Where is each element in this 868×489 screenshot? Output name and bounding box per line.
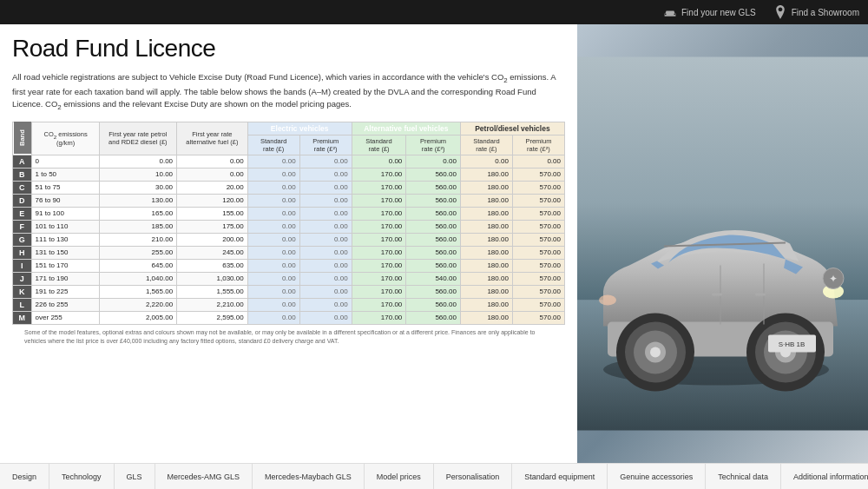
first-year-cell: 130.00 <box>99 194 176 207</box>
first-year-cell: 2,220.00 <box>99 298 176 311</box>
pet-prem-cell: 0.00 <box>512 155 564 168</box>
table-row: H 131 to 150 255.00 245.00 0.00 0.00 170… <box>13 246 565 259</box>
alt-fuel-cell: 200.00 <box>177 233 248 246</box>
bottom-nav-item-technical-data[interactable]: Technical data <box>706 464 781 489</box>
pet-prem-cell: 570.00 <box>512 259 564 272</box>
pet-prem-cell: 570.00 <box>512 168 564 181</box>
elec-std-header: Standardrate (£) <box>247 135 299 155</box>
intro-text: All road vehicle registrations are subje… <box>12 71 565 113</box>
co2-cell: 1 to 50 <box>31 168 99 181</box>
alt-prem-cell: 560.00 <box>406 259 461 272</box>
svg-rect-23 <box>755 294 766 296</box>
first-year-petrol-header: First year rate petroland RDE2 diesel (£… <box>99 122 176 155</box>
elec-std-cell: 0.00 <box>247 311 299 324</box>
first-year-cell: 165.00 <box>99 207 176 220</box>
first-year-cell: 0.00 <box>99 155 176 168</box>
pin-icon <box>773 5 787 19</box>
bottom-nav-item-genuine-accessories[interactable]: Genuine accessories <box>608 464 706 489</box>
bottom-nav-item-technology[interactable]: Technology <box>49 464 115 489</box>
alt-fuel-cell: 635.00 <box>177 259 248 272</box>
main-content: Road Fund Licence All road vehicle regis… <box>0 24 868 463</box>
band-cell: C <box>13 181 32 194</box>
alt-prem-cell: 560.00 <box>406 194 461 207</box>
bottom-nav-item-personalisation[interactable]: Personalisation <box>434 464 513 489</box>
pet-prem-cell: 570.00 <box>512 285 564 298</box>
co2-cell: 0 <box>31 155 99 168</box>
alt-std-cell: 170.00 <box>352 207 406 220</box>
band-cell: J <box>13 272 32 285</box>
bottom-navigation: DesignTechnologyGLSMercedes-AMG GLSMerce… <box>0 463 868 489</box>
elec-prem-cell: 0.00 <box>299 298 352 311</box>
pet-std-cell: 180.00 <box>460 298 512 311</box>
svg-point-8 <box>650 347 661 358</box>
band-cell: H <box>13 246 32 259</box>
alt-std-cell: 170.00 <box>352 220 406 233</box>
elec-std-cell: 0.00 <box>247 155 299 168</box>
elec-std-cell: 0.00 <box>247 194 299 207</box>
first-year-cell: 1,040.00 <box>99 272 176 285</box>
pet-std-cell: 180.00 <box>460 220 512 233</box>
alt-prem-header: Premiumrate (£²) <box>406 135 461 155</box>
elec-std-cell: 0.00 <box>247 298 299 311</box>
table-row: M over 255 2,005.00 2,595.00 0.00 0.00 1… <box>13 311 565 324</box>
alt-fuel-cell: 120.00 <box>177 194 248 207</box>
co2-cell: 151 to 170 <box>31 259 99 272</box>
road-fund-table: Band CO2 emissions(g/km) First year rate… <box>12 122 565 325</box>
elec-std-cell: 0.00 <box>247 207 299 220</box>
find-showroom-label: Find a Showroom <box>792 8 859 17</box>
alt-prem-cell: 560.00 <box>406 220 461 233</box>
bottom-nav-item-gls[interactable]: GLS <box>115 464 155 489</box>
bottom-nav-item-design[interactable]: Design <box>0 464 49 489</box>
car-icon <box>663 5 677 19</box>
alt-fuel-cell: 175.00 <box>177 220 248 233</box>
pet-prem-cell: 570.00 <box>512 311 564 324</box>
elec-prem-cell: 0.00 <box>299 181 352 194</box>
bottom-nav-item-mercedes-maybach-gls[interactable]: Mercedes-Maybach GLS <box>253 464 365 489</box>
electric-vehicles-header: Electric vehicles <box>247 122 352 135</box>
alt-fuel-cell: 2,595.00 <box>177 311 248 324</box>
co2-cell: 171 to 190 <box>31 272 99 285</box>
co2-cell: 101 to 110 <box>31 220 99 233</box>
elec-prem-cell: 0.00 <box>299 285 352 298</box>
first-year-cell: 645.00 <box>99 259 176 272</box>
band-cell: M <box>13 311 32 324</box>
elec-std-cell: 0.00 <box>247 233 299 246</box>
elec-std-cell: 0.00 <box>247 285 299 298</box>
find-car-label: Find your new GLS <box>681 8 756 17</box>
find-showroom-button[interactable]: Find a Showroom <box>773 5 859 19</box>
elec-prem-cell: 0.00 <box>299 311 352 324</box>
pet-std-cell: 180.00 <box>460 246 512 259</box>
alt-std-cell: 170.00 <box>352 311 406 324</box>
pet-std-cell: 180.00 <box>460 194 512 207</box>
pet-prem-cell: 570.00 <box>512 194 564 207</box>
co2-cell: 191 to 225 <box>31 285 99 298</box>
pet-prem-cell: 570.00 <box>512 272 564 285</box>
pet-std-cell: 180.00 <box>460 207 512 220</box>
bottom-nav-item-standard-equipment[interactable]: Standard equipment <box>512 464 608 489</box>
band-cell: E <box>13 207 32 220</box>
alt-std-cell: 0.00 <box>352 155 406 168</box>
alt-prem-cell: 540.00 <box>406 272 461 285</box>
first-year-cell: 30.00 <box>99 181 176 194</box>
elec-prem-cell: 0.00 <box>299 272 352 285</box>
co2-cell: 91 to 100 <box>31 207 99 220</box>
table-row: K 191 to 225 1,565.00 1,555.00 0.00 0.00… <box>13 285 565 298</box>
alt-std-cell: 170.00 <box>352 298 406 311</box>
elec-prem-cell: 0.00 <box>299 220 352 233</box>
alt-prem-cell: 560.00 <box>406 233 461 246</box>
band-cell: F <box>13 220 32 233</box>
find-car-button[interactable]: Find your new GLS <box>663 5 756 19</box>
bottom-nav-item-additional-information[interactable]: Additional information <box>781 464 868 489</box>
footer-note: Some of the model features, optional ext… <box>12 325 565 349</box>
bottom-nav-item-model-prices[interactable]: Model prices <box>365 464 434 489</box>
co2-cell: 226 to 255 <box>31 298 99 311</box>
band-cell: B <box>13 168 32 181</box>
alt-std-cell: 170.00 <box>352 285 406 298</box>
elec-prem-cell: 0.00 <box>299 207 352 220</box>
alt-std-cell: 170.00 <box>352 194 406 207</box>
band-cell: A <box>13 155 32 168</box>
bottom-nav-item-mercedes-amg-gls[interactable]: Mercedes-AMG GLS <box>155 464 253 489</box>
alt-prem-cell: 560.00 <box>406 285 461 298</box>
band-cell: I <box>13 259 32 272</box>
band-cell: L <box>13 298 32 311</box>
